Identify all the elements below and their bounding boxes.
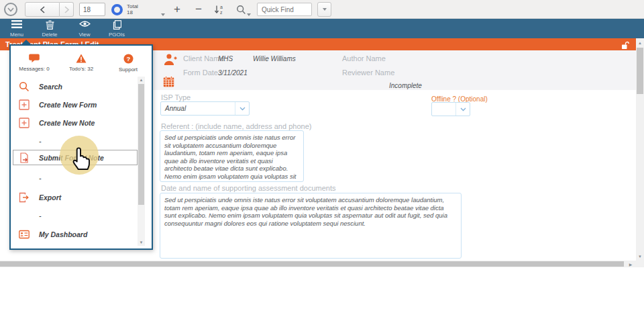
vertical-scrollbar[interactable]: ▲ ▼ [636, 38, 644, 261]
divider-dash: - [39, 137, 42, 145]
divider-dash: - [39, 212, 42, 220]
trash-icon [46, 20, 54, 30]
supporting-docs-textarea[interactable]: Sed ut perspiciatis unde omnis iste natu… [160, 193, 462, 259]
scroll-right-arrow-icon[interactable]: ▶ [626, 261, 635, 267]
question-circle-icon: ? [123, 54, 133, 64]
isp-type-value: Annual [161, 105, 235, 112]
panel-notch [20, 40, 32, 46]
chevron-down-icon [455, 103, 470, 116]
menu-item-search[interactable]: Search [13, 80, 136, 93]
horizontal-scrollbar-thumb[interactable] [0, 261, 624, 267]
chevron-down-icon [235, 102, 249, 115]
quick-find-input[interactable] [257, 3, 312, 16]
id-card-icon [19, 229, 30, 240]
hamburger-icon [11, 20, 22, 28]
spacer [19, 210, 30, 221]
supporting-docs-label: Date and name of supporting assessment d… [161, 184, 335, 192]
menu-item-label: Export [39, 193, 61, 201]
search-dropdown-caret[interactable] [247, 13, 251, 16]
form-date-label: Form Date: [183, 69, 220, 77]
eye-icon [79, 20, 91, 28]
view-button-label: View [78, 32, 90, 38]
svg-text:z: z [220, 10, 223, 15]
app-window: Total 18 + − a z [0, 0, 644, 315]
collapse-toolbar-button[interactable] [4, 3, 17, 16]
zoom-in-button[interactable]: + [169, 1, 185, 17]
client-person-icon [163, 53, 177, 66]
menu-item-create-new-note[interactable]: Create New Note [13, 116, 136, 130]
support-status[interactable]: ? Support [105, 54, 152, 73]
previous-record-button[interactable] [25, 2, 60, 17]
view-button[interactable]: View [68, 20, 101, 38]
scroll-up-arrow-icon[interactable]: ▲ [138, 77, 145, 83]
support-label: Support [119, 66, 138, 73]
messages-count-label: Messages: 0 [19, 66, 49, 72]
menu-item-label: Create New Form [39, 101, 97, 109]
menu-item-label: Create New Note [39, 119, 95, 127]
client-code-value: MHS [218, 55, 233, 62]
todos-count-label: Todo's: 32 [69, 66, 93, 72]
chevron-down-icon [7, 7, 14, 12]
todos-status[interactable]: Todo's: 32 [58, 54, 105, 73]
quick-find-field-dropdown[interactable] [317, 2, 331, 17]
submit-document-icon [19, 152, 30, 163]
form-date-value: 3/11/2021 [218, 69, 248, 77]
next-record-button[interactable] [60, 2, 74, 17]
menu-button-label: Menu [10, 32, 23, 38]
search-button[interactable] [233, 1, 248, 17]
total-value: 18 [127, 9, 138, 15]
divider-dash: - [39, 174, 42, 182]
svg-text:a: a [220, 5, 223, 9]
message-bubble-icon [29, 54, 40, 63]
form-status-badge: Incomplete [389, 82, 422, 89]
total-records-button[interactable]: Total 18 [109, 1, 164, 17]
page-number-input[interactable] [79, 3, 105, 16]
horizontal-scrollbar[interactable]: ▶ [0, 261, 636, 267]
chevron-right-icon [64, 6, 70, 13]
panel-scrollbar-thumb[interactable] [138, 84, 144, 205]
menu-button[interactable]: Menu [1, 20, 33, 38]
export-icon [19, 192, 30, 203]
panel-status-row: Messages: 0 Todo's: 32 ? Support [11, 54, 152, 73]
author-name-label: Author Name [342, 54, 386, 62]
vertical-scrollbar-thumb[interactable] [637, 48, 643, 94]
menu-item-divider: - [13, 209, 136, 222]
client-name-value: Willie Williams [253, 55, 296, 62]
scroll-down-arrow-icon[interactable]: ▼ [138, 239, 145, 246]
isp-type-select[interactable]: Annual [160, 101, 250, 116]
top-toolbar: Total 18 + − a z [0, 0, 644, 19]
referent-textarea[interactable]: Sed ut perspiciatis unde omnis iste natu… [160, 130, 304, 182]
hand-cursor-icon [69, 146, 92, 174]
scroll-up-arrow-icon[interactable]: ▲ [636, 39, 644, 46]
calendar-icon[interactable] [163, 76, 174, 87]
search-icon [19, 81, 30, 92]
sort-az-icon: a z [214, 4, 225, 15]
total-ring-icon [111, 4, 123, 15]
delete-button-label: Delete [42, 32, 57, 38]
scroll-down-arrow-icon[interactable]: ▼ [636, 253, 644, 260]
dropdown-caret-icon [323, 8, 327, 11]
svg-text:?: ? [126, 55, 130, 62]
menu-item-export[interactable]: Export [13, 191, 136, 204]
pages-stack-icon [112, 20, 121, 30]
delete-button[interactable]: Delete [34, 20, 66, 38]
scrollbar-corner [636, 261, 644, 267]
menu-item-my-dashboard[interactable]: My Dashboard [13, 228, 136, 241]
warning-triangle-icon [76, 54, 87, 63]
isp-type-label: ISP Type [161, 93, 191, 101]
sort-button[interactable]: a z [211, 1, 228, 17]
panel-scrollbar[interactable]: ▲ ▼ [138, 77, 145, 246]
chevron-left-icon [40, 6, 46, 13]
plus-square-icon [19, 118, 30, 128]
zoom-out-button[interactable]: − [191, 1, 207, 17]
total-dropdown-caret[interactable] [161, 13, 165, 16]
referent-label: Referent : (include name, address and ph… [161, 122, 311, 130]
offline-select[interactable] [431, 102, 470, 116]
action-toolbar: Menu Delete View PGO [0, 19, 644, 38]
menu-item-create-new-form[interactable]: Create New Form [13, 98, 136, 111]
pgois-button[interactable]: PGOIs [101, 20, 133, 38]
plus-square-icon [19, 99, 30, 110]
reviewer-name-label: Reviewer Name [342, 69, 394, 77]
spacer [19, 136, 30, 146]
messages-status[interactable]: Messages: 0 [11, 54, 58, 73]
